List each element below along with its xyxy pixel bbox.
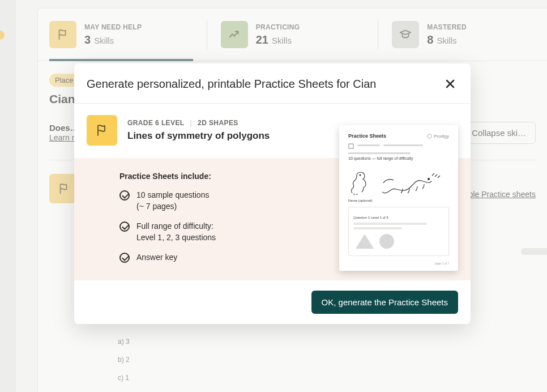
check-icon [119,253,130,263]
generate-practice-sheets-modal: Generate personalized, printable Practic… [74,63,471,324]
triangle-shape [356,234,374,249]
preview-subtitle: 10 questions — full range of difficulty [348,156,449,160]
flag-icon [87,115,117,146]
svg-point-2 [360,174,361,176]
feature-text: Full range of difficulty: [136,221,216,232]
feature-text: 10 sample questions [136,190,209,201]
svg-point-3 [428,178,430,180]
preview-line [357,144,380,146]
feature-text: Answer key [136,252,177,263]
preview-line [353,227,402,229]
preview-question-label: Question 1 Level 1 of 3 [353,216,388,219]
close-icon [446,79,455,88]
preview-question-card: Question 1 Level 1 of 3 [348,207,449,256]
check-icon [119,190,130,201]
svg-rect-1 [349,144,353,148]
feature-subtext: (~ 7 pages) [136,201,209,212]
topic: 2D SHAPES [198,119,238,127]
preview-line [383,144,423,146]
sheet-preview: Practice Sheets Prodigy 10 questions — f… [339,125,458,271]
preview-illustration [348,169,449,195]
check-icon [119,221,130,232]
preview-line [348,152,411,154]
preview-line [353,223,427,225]
generate-practice-sheets-button[interactable]: OK, generate the Practice Sheets [311,291,458,314]
modal-title: Generate personalized, printable Practic… [87,78,376,91]
close-button[interactable] [442,76,458,92]
skill-title: Lines of symmetry of polygons [127,130,270,142]
grade-level: GRADE 6 LEVEL [127,119,185,127]
svg-point-0 [428,134,431,138]
preview-footer-right: page 1 of 7 [435,262,449,265]
preview-brand: Prodigy [427,134,449,139]
meta-divider: | [190,119,193,127]
preview-brand-text: Prodigy [434,134,449,139]
feature-subtext: Level 1, 2, 3 questions [136,232,216,244]
circle-shape [379,234,394,249]
preview-name-label: Name (optional) [348,199,449,202]
preview-title: Practice Sheets [348,133,386,139]
preview-icon [348,143,354,149]
